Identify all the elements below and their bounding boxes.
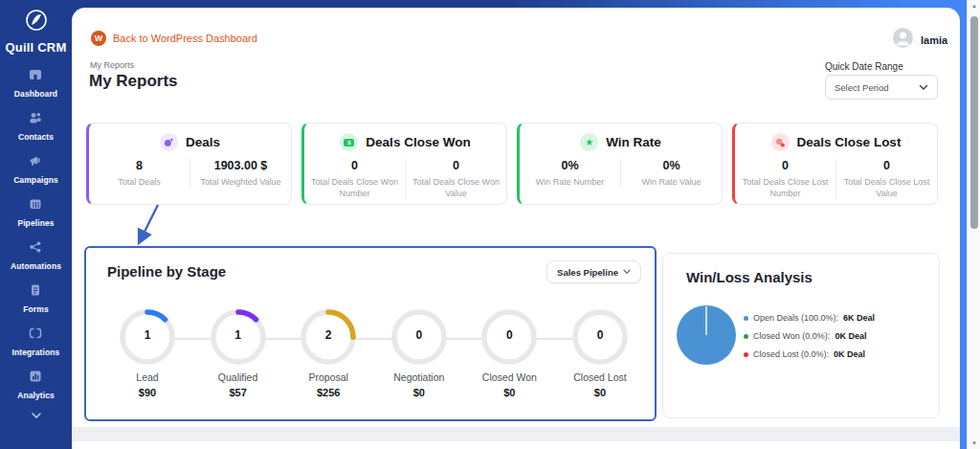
stat-card-title: Deals Close Won — [366, 135, 470, 149]
automations-icon — [28, 239, 43, 258]
chevron-down-icon — [623, 269, 631, 275]
stat-card-win-rate: ★ Win Rate 0%Win Rate Number 0%Win Rate … — [517, 123, 723, 205]
page-title: My Reports — [89, 72, 178, 91]
user-menu[interactable]: lamia — [893, 28, 947, 52]
scrollbar-down-arrow[interactable]: ▼ — [968, 440, 980, 446]
lost-icon — [771, 133, 790, 151]
sidebar-item-forms[interactable]: Forms — [11, 282, 61, 312]
stage-lead: 1 Lead $90 — [102, 309, 192, 398]
back-link-label: Back to WordPress Dashboard — [113, 33, 257, 44]
win-loss-panel: Win/Loss Analysis Open Deals (100.0%): 6… — [662, 253, 940, 418]
stat-card-deals: Deals 8Total Deals 1903.00 $Total Weight… — [86, 123, 292, 205]
vertical-scrollbar[interactable]: ▲ ▼ — [967, 0, 980, 449]
breadcrumb: My Reports — [90, 60, 134, 70]
pipelines-icon — [28, 196, 43, 215]
back-to-wordpress-link[interactable]: W Back to WordPress Dashboard — [91, 31, 257, 46]
sidebar-item-automations[interactable]: Automations — [11, 239, 61, 269]
sidebar-item-dashboard[interactable]: Dashboard — [11, 67, 61, 97]
stage-ring: 2 — [301, 309, 356, 365]
sidebar-expand-chevron-icon[interactable] — [31, 406, 42, 423]
forms-icon — [28, 282, 43, 302]
legend-dot — [744, 352, 748, 357]
pipeline-selector-value: Sales Pipeline — [557, 267, 618, 278]
stage-qualified: 1 Qualified $57 — [193, 309, 283, 398]
stage-ring: 0 — [572, 309, 628, 365]
star-icon: ★ — [580, 133, 598, 151]
dashboard-icon — [28, 67, 43, 86]
win-loss-legend: Open Deals (100.0%): 6K Deal Closed Won … — [744, 313, 875, 368]
sidebar-item-contacts[interactable]: Contacts — [11, 110, 61, 140]
avatar — [893, 28, 913, 52]
sidebar-item-pipelines[interactable]: Pipelines — [11, 196, 61, 226]
stage-proposal: 2 Proposal $256 — [283, 309, 373, 398]
sidebar-item-analytics[interactable]: Analytics — [11, 369, 61, 398]
legend-item-open-deals: Open Deals (100.0%): 6K Deal — [744, 313, 875, 323]
deals-icon — [160, 133, 178, 151]
sidebar-item-integrations[interactable]: Integrations — [11, 326, 61, 355]
stat-card-title: Deals Close Lost — [797, 135, 902, 149]
legend-item-closed-won: Closed Won (0.0%): 0K Deal — [744, 331, 875, 341]
section-divider-band — [72, 427, 960, 441]
stage-ring: 0 — [391, 309, 447, 365]
sidebar: Quill CRM Dashboard Contacts Campaigns P… — [0, 0, 72, 449]
quill-crm-app: Quill CRM Dashboard Contacts Campaigns P… — [0, 0, 980, 449]
integrations-icon — [28, 326, 43, 345]
legend-dot — [744, 316, 748, 321]
pipeline-selector[interactable]: Sales Pipeline — [546, 260, 641, 283]
stage-ring: 1 — [211, 309, 266, 365]
sidebar-nav: Dashboard Contacts Campaigns Pipelines A… — [11, 67, 61, 398]
brand-name: Quill CRM — [6, 40, 67, 55]
legend-item-closed-lost: Closed Lost (0.0%): 0K Deal — [744, 349, 875, 359]
stat-card-deals-close-won: $ Deals Close Won 0Total Deals Close Won… — [301, 123, 507, 205]
contacts-icon — [28, 110, 43, 129]
campaigns-icon — [28, 153, 43, 172]
win-loss-pie-chart — [677, 305, 736, 369]
stage-ring: 0 — [481, 309, 537, 365]
scrollbar-thumb[interactable] — [970, 16, 978, 229]
stage-closed-won: 0 Closed Won $0 — [464, 309, 554, 398]
quick-date-range-label: Quick Date Range — [825, 61, 938, 72]
annotation-arrow-icon — [127, 197, 169, 253]
scrollbar-up-arrow[interactable]: ▲ — [968, 3, 980, 9]
legend-dot — [744, 334, 748, 339]
quill-logo-icon — [25, 9, 48, 35]
money-icon: $ — [340, 133, 358, 151]
chevron-down-icon — [919, 84, 928, 91]
period-select-value: Select Period — [835, 82, 889, 93]
stat-card-title: Deals — [186, 135, 220, 149]
brand-logo[interactable]: Quill CRM — [6, 9, 67, 55]
wordpress-icon: W — [91, 31, 106, 46]
stage-closed-lost: 0 Closed Lost $0 — [555, 309, 645, 398]
analytics-icon — [28, 369, 43, 388]
stat-card-deals-close-lost: Deals Close Lost 0Total Deals Close Lost… — [732, 123, 938, 205]
stat-card-title: Win Rate — [606, 135, 661, 149]
pipeline-stages: 1 Lead $90 1 Qualified $57 — [102, 309, 645, 398]
stage-ring: 1 — [120, 309, 175, 365]
main-content: W Back to WordPress Dashboard lamia My R… — [72, 8, 960, 449]
stage-negotiation: 0 Negotiation $0 — [374, 309, 464, 398]
sidebar-item-campaigns[interactable]: Campaigns — [11, 153, 61, 183]
period-select[interactable]: Select Period — [825, 75, 938, 100]
user-name: lamia — [921, 34, 947, 46]
win-loss-title: Win/Loss Analysis — [686, 269, 813, 285]
pipeline-by-stage-panel: Pipeline by Stage Sales Pipeline 1 Le — [84, 246, 657, 421]
pipeline-panel-title: Pipeline by Stage — [107, 263, 226, 280]
